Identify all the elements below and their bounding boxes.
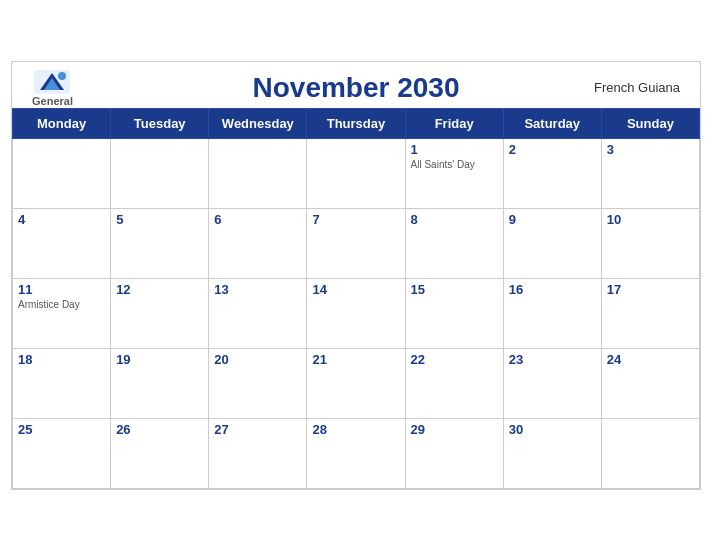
day-number: 19 — [116, 352, 203, 367]
day-number: 3 — [607, 142, 694, 157]
holiday-label: Armistice Day — [18, 299, 105, 311]
header-thursday: Thursday — [307, 108, 405, 138]
calendar-cell — [13, 138, 111, 208]
day-number: 27 — [214, 422, 301, 437]
day-number: 13 — [214, 282, 301, 297]
day-number: 15 — [411, 282, 498, 297]
calendar-week-row: 252627282930 — [13, 418, 700, 488]
day-number: 11 — [18, 282, 105, 297]
day-number: 23 — [509, 352, 596, 367]
region-label: French Guiana — [594, 80, 680, 95]
header-tuesday: Tuesday — [111, 108, 209, 138]
header-sunday: Sunday — [601, 108, 699, 138]
day-number: 9 — [509, 212, 596, 227]
day-number: 30 — [509, 422, 596, 437]
weekday-header-row: Monday Tuesday Wednesday Thursday Friday… — [13, 108, 700, 138]
calendar-week-row: 18192021222324 — [13, 348, 700, 418]
calendar-cell: 8 — [405, 208, 503, 278]
day-number: 18 — [18, 352, 105, 367]
calendar-cell — [601, 418, 699, 488]
header-saturday: Saturday — [503, 108, 601, 138]
calendar-cell: 3 — [601, 138, 699, 208]
day-number: 6 — [214, 212, 301, 227]
calendar-cell — [209, 138, 307, 208]
day-number: 10 — [607, 212, 694, 227]
calendar-cell: 17 — [601, 278, 699, 348]
day-number: 17 — [607, 282, 694, 297]
day-number: 29 — [411, 422, 498, 437]
calendar-cell: 24 — [601, 348, 699, 418]
day-number: 20 — [214, 352, 301, 367]
logo-blue-text: Blue — [38, 107, 66, 122]
calendar-cell: 12 — [111, 278, 209, 348]
calendar-cell: 28 — [307, 418, 405, 488]
calendar-cell: 15 — [405, 278, 503, 348]
svg-point-3 — [58, 72, 66, 80]
day-number: 28 — [312, 422, 399, 437]
calendar-container: General Blue November 2030 French Guiana… — [11, 61, 701, 490]
calendar-cell: 29 — [405, 418, 503, 488]
calendar-cell: 23 — [503, 348, 601, 418]
calendar-cell: 19 — [111, 348, 209, 418]
calendar-title: November 2030 — [252, 72, 459, 104]
calendar-cell: 11Armistice Day — [13, 278, 111, 348]
calendar-cell: 16 — [503, 278, 601, 348]
calendar-header: General Blue November 2030 French Guiana — [12, 62, 700, 108]
calendar-cell: 30 — [503, 418, 601, 488]
calendar-cell: 27 — [209, 418, 307, 488]
calendar-cell: 21 — [307, 348, 405, 418]
calendar-cell: 9 — [503, 208, 601, 278]
calendar-cell: 14 — [307, 278, 405, 348]
day-number: 1 — [411, 142, 498, 157]
day-number: 7 — [312, 212, 399, 227]
calendar-cell: 18 — [13, 348, 111, 418]
header-friday: Friday — [405, 108, 503, 138]
day-number: 21 — [312, 352, 399, 367]
logo-general-text: General — [32, 95, 73, 107]
day-number: 5 — [116, 212, 203, 227]
calendar-cell: 26 — [111, 418, 209, 488]
day-number: 12 — [116, 282, 203, 297]
day-number: 25 — [18, 422, 105, 437]
logo-icon — [34, 70, 70, 94]
day-number: 22 — [411, 352, 498, 367]
calendar-cell — [307, 138, 405, 208]
calendar-cell: 1All Saints' Day — [405, 138, 503, 208]
header-wednesday: Wednesday — [209, 108, 307, 138]
calendar-cell — [111, 138, 209, 208]
calendar-week-row: 11Armistice Day121314151617 — [13, 278, 700, 348]
day-number: 8 — [411, 212, 498, 227]
day-number: 2 — [509, 142, 596, 157]
calendar-grid: Monday Tuesday Wednesday Thursday Friday… — [12, 108, 700, 489]
calendar-cell: 2 — [503, 138, 601, 208]
day-number: 26 — [116, 422, 203, 437]
calendar-cell: 5 — [111, 208, 209, 278]
holiday-label: All Saints' Day — [411, 159, 498, 171]
calendar-week-row: 1All Saints' Day23 — [13, 138, 700, 208]
calendar-cell: 7 — [307, 208, 405, 278]
day-number: 4 — [18, 212, 105, 227]
day-number: 24 — [607, 352, 694, 367]
calendar-cell: 20 — [209, 348, 307, 418]
calendar-week-row: 45678910 — [13, 208, 700, 278]
logo-area: General Blue — [32, 70, 73, 122]
calendar-cell: 6 — [209, 208, 307, 278]
calendar-cell: 4 — [13, 208, 111, 278]
day-number: 16 — [509, 282, 596, 297]
day-number: 14 — [312, 282, 399, 297]
calendar-cell: 25 — [13, 418, 111, 488]
calendar-cell: 22 — [405, 348, 503, 418]
calendar-cell: 10 — [601, 208, 699, 278]
calendar-cell: 13 — [209, 278, 307, 348]
